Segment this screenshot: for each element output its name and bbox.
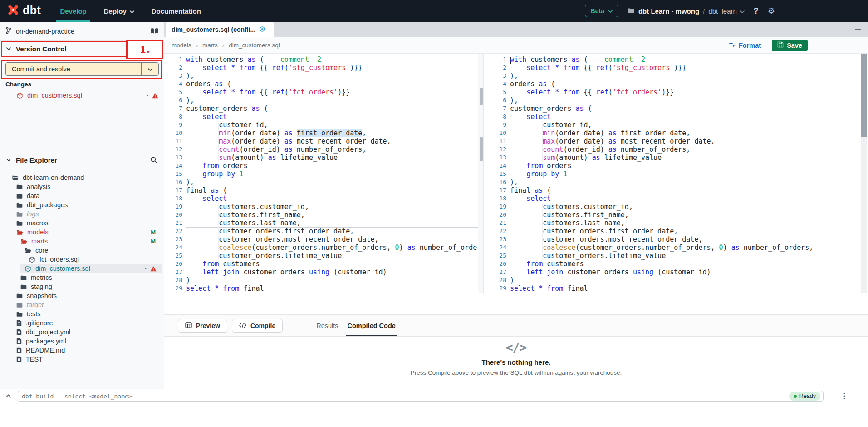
code-line-13[interactable]: sum(amount) as lifetime_value: [510, 154, 861, 162]
code-line-16[interactable]: ),: [186, 178, 478, 186]
breadcrumb-item[interactable]: models: [172, 42, 191, 49]
code-line-18[interactable]: select: [510, 194, 861, 203]
code-line-19[interactable]: customers.customer_id,: [186, 203, 478, 211]
code-line-16[interactable]: ),: [510, 178, 861, 186]
code-line-17[interactable]: final as (: [510, 186, 861, 194]
help-icon[interactable]: ?: [754, 6, 759, 16]
tree-item-dbt-project-yml[interactable]: dbt_project.yml: [0, 328, 162, 337]
save-button[interactable]: Save: [772, 40, 808, 51]
code-line-3[interactable]: ),: [186, 72, 478, 80]
code-right[interactable]: with customers as ( -- comment 2 select …: [510, 55, 861, 293]
code-line-24[interactable]: coalesce(customer_orders.number_of_order…: [186, 243, 478, 252]
code-line-13[interactable]: sum(amount) as lifetime_value: [186, 154, 478, 162]
tab-results[interactable]: Results: [312, 315, 343, 336]
code-line-6[interactable]: ),: [186, 96, 478, 104]
code-line-29[interactable]: select * from final: [510, 284, 861, 293]
scroll-mark[interactable]: [480, 88, 483, 105]
project-breadcrumb[interactable]: dbt Learn - mwong / dbt_learn: [628, 7, 745, 15]
breadcrumb-item[interactable]: dim_customers.sql: [229, 42, 280, 49]
tree-item-metrics[interactable]: metrics: [0, 273, 162, 282]
new-tab-icon[interactable]: [854, 26, 862, 33]
tree-item-models[interactable]: modelsM: [0, 228, 162, 237]
code-line-2[interactable]: select * from {{ ref('stg_customers')}}: [186, 64, 478, 72]
code-line-26[interactable]: from customers: [186, 260, 478, 268]
code-line-15[interactable]: group by 1: [186, 170, 478, 178]
code-line-5[interactable]: select * from {{ ref('fct_orders')}}: [186, 88, 478, 96]
code-pane-left[interactable]: 1234567891011121314151617181920212223242…: [164, 54, 478, 293]
code-line-14[interactable]: from orders: [186, 162, 478, 170]
code-line-25[interactable]: customer_orders.lifetime_value: [186, 252, 478, 260]
code-pane-right[interactable]: 1234567891011121314151617181920212223242…: [484, 54, 861, 293]
code-line-22[interactable]: customer_orders.first_order_date,: [186, 227, 478, 235]
commit-options-chevron[interactable]: [141, 63, 158, 75]
code-line-12[interactable]: count(order_id) as number_of_orders,: [510, 145, 861, 154]
code-line-10[interactable]: min(order_date) as first_order_date,: [186, 129, 478, 137]
tree-item-dbt-packages[interactable]: dbt_packages: [0, 200, 162, 209]
nav-item-documentation[interactable]: Documentation: [151, 0, 202, 22]
code-line-4[interactable]: orders as (: [510, 80, 861, 88]
right-scrollbar-thumb[interactable]: [861, 54, 867, 137]
code-line-7[interactable]: customer_orders as (: [186, 104, 478, 113]
tree-item-packages-yml[interactable]: packages.yml: [0, 337, 162, 346]
tree-item-logs[interactable]: logs: [0, 209, 162, 218]
code-line-12[interactable]: count(order_id) as number_of_orders,: [186, 145, 478, 154]
dbt-logo[interactable]: dbt: [6, 3, 41, 19]
code-line-23[interactable]: customer_orders.most_recent_order_date,: [186, 235, 478, 243]
code-line-22[interactable]: customer_orders.first_order_date,: [510, 227, 861, 235]
tree-item-tests[interactable]: tests: [0, 309, 162, 318]
docs-book-icon[interactable]: [151, 28, 158, 35]
tree-item-analysis[interactable]: analysis: [0, 182, 162, 191]
tree-item-test[interactable]: TEST: [0, 355, 162, 364]
code-line-21[interactable]: customers.last_name,: [186, 219, 478, 227]
code-line-17[interactable]: final as (: [186, 186, 478, 194]
changed-file-row[interactable]: dim_customers.sql·: [0, 90, 164, 101]
code-line-11[interactable]: max(order_date) as most_recent_order_dat…: [186, 137, 478, 145]
tab-compiled-code[interactable]: Compiled Code: [343, 315, 400, 336]
environment-name[interactable]: dbt_learn: [708, 7, 745, 15]
scroll-mark[interactable]: [480, 137, 483, 161]
code-line-8[interactable]: select: [510, 113, 861, 121]
code-line-8[interactable]: select: [186, 113, 478, 121]
tree-item-target[interactable]: target: [0, 300, 162, 309]
nav-item-develop[interactable]: Develop: [59, 0, 87, 22]
code-line-9[interactable]: customer_id,: [510, 121, 861, 129]
tree-item-core[interactable]: core: [0, 246, 162, 255]
code-line-9[interactable]: customer_id,: [186, 121, 478, 129]
code-line-26[interactable]: from customers: [510, 260, 861, 268]
code-line-1[interactable]: with customers as ( -- comment 2: [186, 55, 478, 64]
kebab-menu-icon[interactable]: ⋮: [841, 392, 848, 400]
git-branch-row[interactable]: on-demand-practice: [0, 22, 164, 41]
code-line-15[interactable]: group by 1: [510, 170, 861, 178]
code-left[interactable]: with customers as ( -- comment 2 select …: [186, 55, 478, 293]
code-line-2[interactable]: select * from {{ ref('stg_customers')}}: [510, 64, 861, 72]
chevron-up-icon[interactable]: [5, 394, 11, 398]
tree-item-snapshots[interactable]: snapshots: [0, 291, 162, 300]
nav-item-deploy[interactable]: Deploy: [103, 0, 135, 22]
code-line-14[interactable]: from orders: [510, 162, 861, 170]
pane-divider-scrollbar[interactable]: [478, 54, 484, 293]
code-line-6[interactable]: ),: [510, 96, 861, 104]
tree-item-marts[interactable]: martsM: [0, 237, 162, 246]
code-line-7[interactable]: customer_orders as (: [510, 104, 861, 113]
tree-item-macros[interactable]: macros: [0, 218, 162, 228]
code-line-28[interactable]: ): [186, 276, 478, 284]
code-line-10[interactable]: min(order_date) as first_order_date,: [510, 129, 861, 137]
format-button[interactable]: Format: [728, 41, 761, 50]
compile-button[interactable]: Compile: [232, 319, 283, 333]
code-line-24[interactable]: coalesce(customer_orders.number_of_order…: [510, 243, 861, 252]
breadcrumb-item[interactable]: marts: [202, 42, 218, 49]
tree-item-data[interactable]: data: [0, 191, 162, 200]
code-line-19[interactable]: customers.customer_id,: [510, 203, 861, 211]
code-line-3[interactable]: ),: [510, 72, 861, 80]
code-line-27[interactable]: left join customer_orders using (custome…: [510, 268, 861, 276]
gear-icon[interactable]: ⚙: [768, 7, 775, 15]
command-input[interactable]: dbt build --select <model_name> Ready: [17, 391, 824, 402]
code-line-18[interactable]: select: [186, 194, 478, 203]
beta-dropdown[interactable]: Beta: [585, 5, 618, 17]
commit-and-resolve-button[interactable]: Commit and resolve: [5, 62, 159, 76]
tree-item-staging[interactable]: staging: [0, 282, 162, 291]
preview-button[interactable]: Preview: [178, 319, 227, 333]
tree-item-fct-orders-sql[interactable]: fct_orders.sql: [0, 255, 162, 264]
code-line-1[interactable]: with customers as ( -- comment 2: [510, 55, 861, 64]
code-line-23[interactable]: customer_orders.most_recent_order_date,: [510, 235, 861, 243]
